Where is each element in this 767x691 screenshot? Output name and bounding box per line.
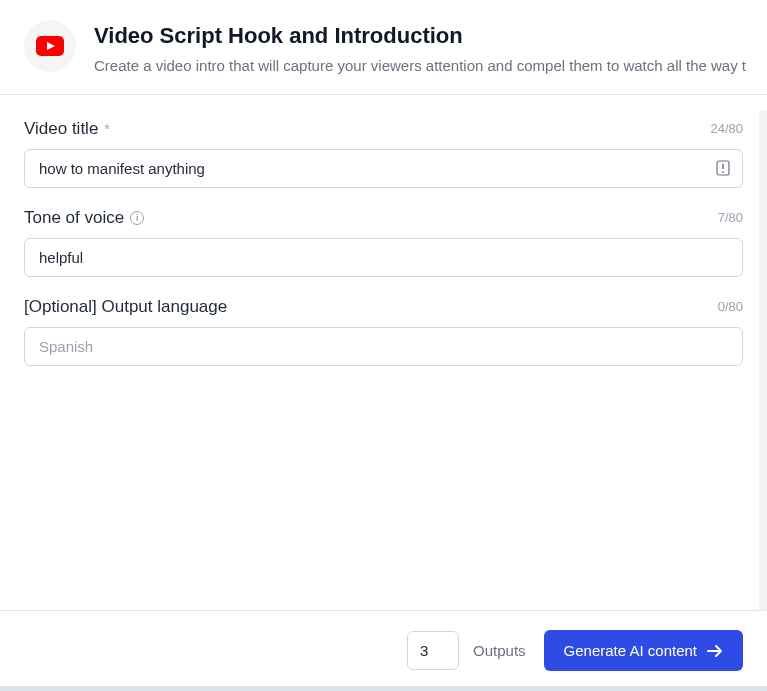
- page-subtitle: Create a video intro that will capture y…: [94, 55, 746, 76]
- outputs-input[interactable]: [407, 631, 459, 670]
- language-label: [Optional] Output language: [24, 297, 227, 317]
- page-title: Video Script Hook and Introduction: [94, 22, 746, 51]
- required-asterisk: *: [104, 121, 109, 137]
- header-text: Video Script Hook and Introduction Creat…: [94, 20, 746, 76]
- svg-point-3: [722, 171, 724, 173]
- video-title-label-text: Video title: [24, 119, 98, 139]
- generate-button[interactable]: Generate AI content: [544, 630, 743, 671]
- video-title-counter: 24/80: [710, 121, 743, 136]
- tone-input[interactable]: [24, 238, 743, 277]
- arrow-right-icon: [707, 644, 723, 658]
- tone-label: Tone of voice i: [24, 208, 144, 228]
- tone-counter: 7/80: [718, 210, 743, 225]
- generate-button-label: Generate AI content: [564, 642, 697, 659]
- youtube-icon: [36, 36, 64, 56]
- scrollbar[interactable]: [759, 110, 767, 611]
- language-counter: 0/80: [718, 299, 743, 314]
- youtube-icon-circle: [24, 20, 76, 72]
- info-icon[interactable]: i: [130, 211, 144, 225]
- video-title-label: Video title *: [24, 119, 110, 139]
- form-area: Video title * 24/80 Tone of voice i 7/80: [0, 94, 767, 410]
- language-input[interactable]: [24, 327, 743, 366]
- bottom-strip: [0, 686, 767, 691]
- video-title-field-group: Video title * 24/80: [24, 119, 743, 188]
- outputs-group: Outputs: [407, 631, 526, 670]
- tone-field-group: Tone of voice i 7/80: [24, 208, 743, 277]
- language-field-group: [Optional] Output language 0/80: [24, 297, 743, 366]
- language-label-text: [Optional] Output language: [24, 297, 227, 317]
- page-header: Video Script Hook and Introduction Creat…: [0, 0, 767, 94]
- outputs-label: Outputs: [473, 642, 526, 659]
- input-wrapper: [24, 149, 743, 188]
- label-row: Tone of voice i 7/80: [24, 208, 743, 228]
- footer-divider: [0, 610, 767, 611]
- footer: Outputs Generate AI content: [407, 630, 743, 671]
- video-title-input[interactable]: [24, 149, 743, 188]
- tone-label-text: Tone of voice: [24, 208, 124, 228]
- label-row: [Optional] Output language 0/80: [24, 297, 743, 317]
- label-row: Video title * 24/80: [24, 119, 743, 139]
- input-status-icon: [715, 160, 731, 176]
